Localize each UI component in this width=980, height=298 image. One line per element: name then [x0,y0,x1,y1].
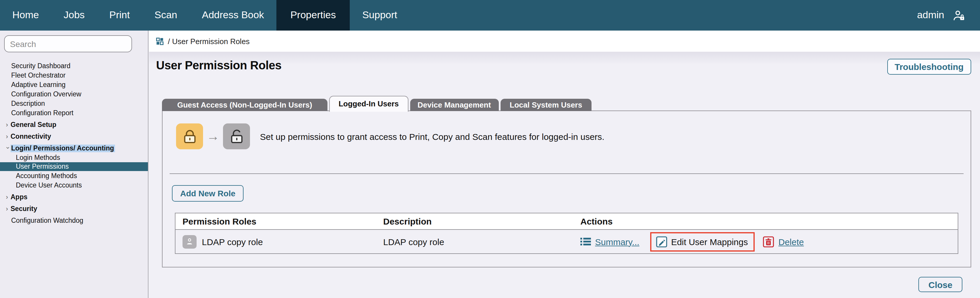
main-content: User Permission Roles Troubleshooting Gu… [149,52,980,298]
delete-link[interactable]: Delete [778,237,804,247]
nav-item-print[interactable]: Print [97,0,142,30]
sidebar-menu: Security Dashboard Fleet Orchestrator Ad… [0,61,148,225]
sidebar-group-connectivity[interactable]: ›Connectivity [0,131,148,141]
edit-user-mappings-link[interactable]: Edit User Mappings [671,237,748,247]
chevron-right-icon: › [6,131,11,141]
user-lock-icon [952,9,966,21]
page-title: User Permission Roles [156,59,282,72]
sidebar-group-apps[interactable]: ›Apps [0,192,148,202]
top-nav: Home Jobs Print Scan Address Book Proper… [0,0,980,30]
role-description-cell: LDAP copy role [376,237,573,247]
chevron-right-icon: › [6,192,11,202]
table-row: LDAP copy role LDAP copy role [175,230,958,253]
user-name-label: admin [917,10,944,21]
nav-item-support[interactable]: Support [350,0,410,30]
arrow-right-icon: → [207,130,220,143]
chevron-down-icon: › [3,147,13,151]
locked-tile [176,123,203,149]
sidebar-group-label: Connectivity [11,133,51,140]
tab-bar: Guest Access (Non-Logged-In Users) Logge… [162,96,592,111]
sidebar-group-label: Apps [11,193,27,200]
sidebar-item-configuration-overview[interactable]: Configuration Overview [0,89,148,99]
summary-list-icon [581,237,591,246]
column-header-permission-roles: Permission Roles [175,216,376,226]
role-user-icon [183,235,197,248]
sidebar-item-configuration-report[interactable]: Configuration Report [0,108,148,117]
nav-item-jobs[interactable]: Jobs [51,0,97,30]
sidebar-item-description[interactable]: Description [0,99,148,108]
sidebar-group-general-setup[interactable]: ›General Setup [0,120,148,129]
sidebar-group-label: Security [11,205,37,212]
tab-logged-in-users[interactable]: Logged-In Users [329,96,408,112]
logged-in-users-panel: → Set up permissions to grant access to … [162,111,971,268]
sidebar-item-adaptive-learning[interactable]: Adaptive Learning [0,80,148,89]
edit-pencil-icon [656,236,667,247]
close-button[interactable]: Close [918,277,963,292]
unlocked-tile [223,123,250,149]
add-new-role-button[interactable]: Add New Role [172,185,243,202]
column-header-actions: Actions [573,216,958,226]
sidebar-group-login-permissions-accounting[interactable]: ›Login/ Permissions/ Accounting [0,143,148,153]
role-name: LDAP copy role [202,237,263,247]
sidebar-group-label: General Setup [11,121,56,128]
search-input[interactable] [4,35,132,52]
sidebar-item-security-dashboard[interactable]: Security Dashboard [0,61,148,70]
table-header-row: Permission Roles Description Actions [175,213,958,230]
breadcrumb: / User Permission Roles [149,30,980,52]
nav-item-address-book[interactable]: Address Book [189,0,277,30]
nav-item-properties[interactable]: Properties [277,0,350,30]
summary-link[interactable]: Summary... [595,237,640,247]
troubleshooting-button[interactable]: Troubleshooting [887,59,971,75]
sidebar: Security Dashboard Fleet Orchestrator Ad… [0,30,148,298]
summary-action[interactable]: Summary... [581,237,640,247]
panel-divider [170,173,964,174]
permission-roles-table: Permission Roles Description Actions LDA… [175,213,958,254]
trash-icon [763,236,774,247]
role-actions-cell: Summary... Edit User Mappings [573,232,958,251]
breadcrumb-path: / User Permission Roles [168,37,250,46]
sidebar-item-user-permissions[interactable]: User Permissions [0,162,148,171]
tab-guest-access[interactable]: Guest Access (Non-Logged-In Users) [162,99,328,111]
chevron-right-icon: › [6,120,11,129]
sidebar-group-label-highlighted: Login/ Permissions/ Accounting [11,144,115,152]
chevron-right-icon: › [6,204,11,213]
sidebar-item-configuration-watchdog[interactable]: Configuration Watchdog [0,216,148,225]
annotation-highlight-box: Edit User Mappings [650,232,755,251]
lock-open-icon [228,128,245,145]
delete-action[interactable]: Delete [763,236,804,247]
user-menu[interactable]: admin [917,0,980,30]
nav-item-home[interactable]: Home [0,0,51,30]
sidebar-item-device-user-accounts[interactable]: Device User Accounts [0,181,148,190]
nav-item-scan[interactable]: Scan [142,0,190,30]
lock-closed-icon [181,128,198,145]
tab-device-management[interactable]: Device Management [410,99,498,111]
sidebar-item-fleet-orchestrator[interactable]: Fleet Orchestrator [0,70,148,80]
permissions-intro: → Set up permissions to grant access to … [176,123,605,149]
app-root: Home Jobs Print Scan Address Book Proper… [0,0,980,298]
sidebar-item-accounting-methods[interactable]: Accounting Methods [0,171,148,181]
tab-local-system-users[interactable]: Local System Users [500,99,592,111]
panel-description: Set up permissions to grant access to Pr… [260,131,605,141]
sidebar-item-login-methods[interactable]: Login Methods [0,153,148,162]
column-header-description: Description [376,216,573,226]
role-name-cell: LDAP copy role [175,235,376,248]
grid-home-icon[interactable] [156,37,164,45]
sidebar-group-security[interactable]: ›Security [0,204,148,213]
